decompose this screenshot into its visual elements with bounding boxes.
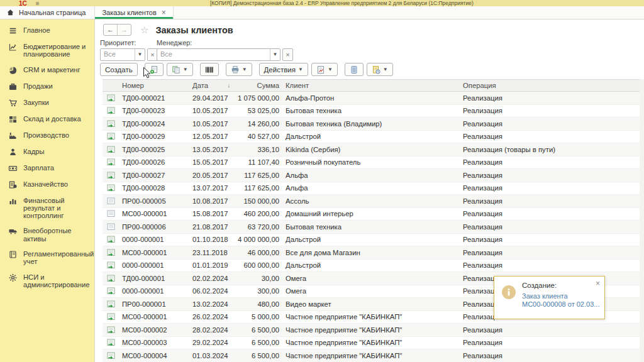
barcode-button[interactable]: [200, 63, 219, 76]
document-status-cell: [103, 313, 119, 321]
table-row[interactable]: ПР00-00000510.08.2017150 000,00АссольРеа…: [103, 195, 640, 208]
sidebar-item-crm[interactable]: CRM и маркетинг: [0, 62, 94, 79]
cell-operation: Реализация: [460, 249, 640, 256]
vertical-scrollbar[interactable]: [640, 79, 644, 362]
cell-number: МС00-000001: [119, 249, 189, 256]
tab-home-label: Начальная страница: [19, 9, 86, 16]
cell-date: 01.10.2018: [189, 236, 233, 243]
table-row[interactable]: МС00-00000329.02.20246 500,00Частное пре…: [103, 337, 640, 350]
sidebar-item-vneoborotnye[interactable]: Внеоборотные активы: [0, 223, 94, 246]
doc-posted-icon: [107, 261, 115, 269]
cell-sum: 63 720,00: [233, 223, 282, 231]
sidebar-item-kadry[interactable]: Кадры: [0, 144, 94, 160]
tab-home[interactable]: Начальная страница: [0, 6, 94, 19]
table-row[interactable]: ТД00-00002615.05.201711 107,40Розничный …: [103, 156, 640, 170]
cell-operation: Реализация: [460, 352, 640, 359]
chevron-down-icon[interactable]: ▼: [135, 49, 145, 60]
cell-operation: Реализация: [460, 184, 640, 192]
button-label: Действия: [264, 66, 296, 74]
column-header-1[interactable]: Номер: [119, 80, 189, 91]
cell-number: ТД00-000028: [119, 184, 189, 192]
table-row[interactable]: 0000-00000101.01.2019600 000,00Дальстрой…: [103, 260, 640, 273]
print-dropdown-button[interactable]: ▼: [226, 63, 252, 76]
cell-operation: Реализация: [460, 223, 640, 231]
sidebar-item-sklad[interactable]: Склад и доставка: [0, 111, 94, 128]
assets-truck-icon: [8, 227, 18, 236]
admin-gear-icon: [8, 273, 18, 282]
table-row[interactable]: МС00-00000123.11.201846 000,00Все для до…: [103, 246, 640, 260]
manager-filter: Менеджер: Все ▼ ×: [157, 39, 293, 61]
sidebar-item-label: НСИ и администрирование: [23, 273, 91, 289]
favorite-star-icon[interactable]: ☆: [140, 25, 148, 35]
cell-sum: 30,00: [233, 275, 282, 282]
list-button[interactable]: [345, 63, 364, 76]
column-header-2[interactable]: Дата↓: [189, 80, 233, 91]
sidebar-item-nsi[interactable]: НСИ и администрирование: [0, 270, 94, 293]
purchases-cart-icon: [8, 99, 18, 107]
back-arrow-icon[interactable]: ←: [104, 25, 117, 35]
sort-descending-icon: ↓: [228, 82, 231, 89]
table-row[interactable]: ТД00-00002720.05.2017117 625,00АльфаРеал…: [103, 169, 640, 182]
priority-filter-combo[interactable]: Все ▼: [100, 48, 145, 61]
cell-client: Дальстрой: [282, 133, 460, 140]
cell-number: ТД00-000029: [119, 133, 189, 140]
doc-posted-icon: [107, 300, 115, 308]
doc-posted-icon: [107, 249, 115, 256]
sidebar-item-label: CRM и маркетинг: [23, 66, 80, 74]
table-row[interactable]: ТД00-00002813.07.2017117 625,00АльфаРеал…: [103, 182, 640, 195]
table-row[interactable]: ТД00-00002912.05.201740 527,00ДальстройР…: [103, 131, 640, 144]
cell-date: 15.05.2017: [189, 158, 233, 166]
sidebar-item-label: Закупки: [23, 99, 49, 106]
column-header-4[interactable]: Клиент: [282, 80, 460, 91]
notification-link[interactable]: Заказ клиента МС00-000008 от 02.03...: [522, 292, 599, 309]
column-header-5[interactable]: Операция: [460, 80, 640, 91]
table-row[interactable]: ТД00-00002513.05.2017336,10Kikinda (Серб…: [103, 143, 640, 156]
sidebar-item-label: Казначейство: [23, 180, 68, 188]
document-status-cell: [103, 339, 119, 346]
sidebar-item-glavnoe[interactable]: Главное: [0, 23, 94, 39]
table-row[interactable]: ПР00-00000621.08.201763 720,00Бытовая те…: [103, 221, 640, 234]
cell-sum: 14 260,00: [233, 120, 282, 128]
column-header-3[interactable]: Сумма: [233, 80, 282, 91]
sidebar-item-zarplata[interactable]: Зарплата: [0, 160, 94, 177]
document-status-cell: [103, 300, 119, 308]
treasury-icon: [8, 180, 18, 189]
sidebar-item-budzhetirovanie[interactable]: Бюджетирование и планирование: [0, 39, 94, 62]
sidebar-item-kaznacheystvo[interactable]: Казначейство: [0, 177, 94, 193]
chevron-down-icon[interactable]: ▼: [270, 49, 280, 60]
report-dropdown-button[interactable]: ▼: [311, 63, 338, 76]
cell-date: 13.07.2017: [189, 184, 233, 192]
create-button[interactable]: Создать: [100, 63, 138, 76]
table-row[interactable]: 0000-00000101.10.20184 000 000,00Дальстр…: [103, 234, 640, 247]
actions-button[interactable]: Действия▼: [259, 63, 308, 76]
cell-date: 10.08.2017: [189, 197, 233, 205]
table-row[interactable]: ТД00-00002310.05.201753 025,00Бытовая те…: [103, 105, 640, 118]
document-status-cell: [103, 352, 119, 359]
cell-number: МС00-000004: [119, 352, 189, 359]
manager-filter-combo[interactable]: Все ▼: [157, 48, 280, 61]
copy-dropdown-button[interactable]: ▼: [167, 63, 193, 76]
close-icon[interactable]: ×: [162, 9, 166, 16]
forward-arrow-icon[interactable]: →: [117, 25, 131, 35]
table-row[interactable]: МС00-00000115.08.2017460 200,00Домашний …: [103, 208, 640, 221]
table-row[interactable]: МС00-00000228.02.20246 500,00Частное пре…: [103, 324, 640, 337]
table-row[interactable]: МС00-00000401.03.20246 500,00Частное пре…: [103, 349, 640, 362]
table-row[interactable]: ТД00-00002410.05.201714 260,00Бытовая те…: [103, 118, 640, 131]
doc-posted-icon: [107, 158, 115, 166]
list-icon: [350, 65, 358, 74]
file-history-dropdown-button[interactable]: ▼: [367, 63, 393, 76]
sidebar-item-prodazhi[interactable]: Продажи: [0, 79, 94, 95]
table-row[interactable]: ТД00-00002129.04.20171 075 000,00Альфа-П…: [103, 92, 640, 105]
notification-link-line2: МС00-000008 от 02.03...: [522, 300, 599, 308]
close-icon[interactable]: ×: [596, 279, 600, 288]
sidebar-item-proizvodstvo[interactable]: Производство: [0, 128, 94, 144]
cell-number: ТД00-000001: [119, 275, 189, 282]
sidebar-item-finrezultat[interactable]: Финансовый результат и контроллинг: [0, 193, 94, 224]
sidebar-item-zakupki[interactable]: Закупки: [0, 95, 94, 111]
sidebar-item-reglament[interactable]: Регламентированный учет: [0, 246, 94, 270]
cell-operation: Реализация: [460, 261, 640, 269]
cell-number: ПР00-000005: [119, 197, 189, 205]
tab-customer-orders[interactable]: Заказы клиентов ×: [94, 6, 173, 19]
document-status-cell: [103, 146, 119, 153]
manager-filter-clear-icon[interactable]: ×: [282, 48, 293, 61]
